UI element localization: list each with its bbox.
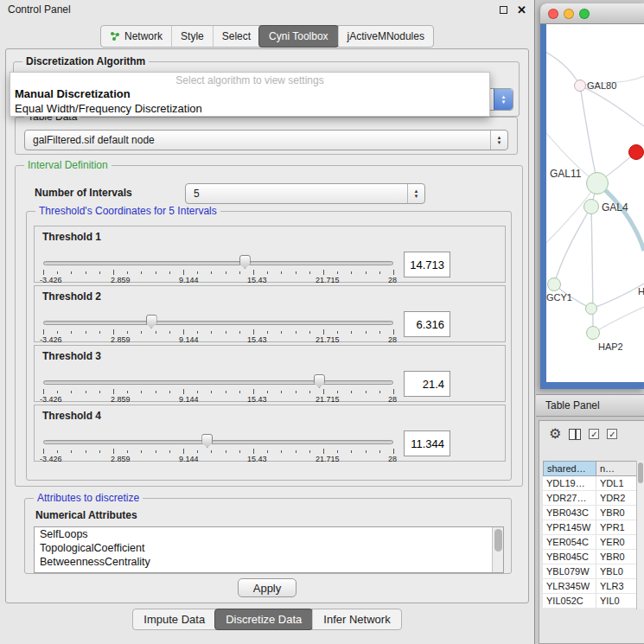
attributes-group-title: Attributes to discretize	[34, 492, 143, 504]
apply-button[interactable]: Apply	[238, 578, 296, 597]
tab-jactivemnodules[interactable]: jActiveMNodules	[338, 26, 433, 47]
threshold-1-value[interactable]: 14.713	[404, 252, 450, 277]
network-node[interactable]	[586, 326, 600, 340]
network-node-selected[interactable]	[628, 144, 644, 160]
threshold-1-panel: Threshold 1 -3.4262.8599.14415.4321.7152…	[34, 226, 506, 283]
thresholds-group: Threshold's Coordinates for 5 Intervals …	[26, 211, 512, 481]
popup-option-manual-discretization[interactable]: Manual Discretization	[10, 86, 489, 101]
table-panel-window: ⚙ ✓ ✓ shared… n… YDL19… YDL1 YDR27…	[539, 420, 644, 644]
attributes-group: Attributes to discretize Numerical Attri…	[24, 498, 512, 574]
number-of-intervals-label: Number of Intervals	[35, 187, 132, 199]
slider-scale: -3.4262.8599.14415.4321.71528	[40, 276, 397, 284]
list-item: BetweennessCentrality	[35, 555, 503, 569]
tab-select[interactable]: Select	[213, 26, 259, 47]
thresholds-group-title: Threshold's Coordinates for 5 Intervals	[35, 205, 220, 217]
combo-stepper-icon[interactable]: ▲ ▼	[490, 131, 507, 150]
threshold-2-label: Threshold 2	[42, 290, 101, 303]
table-header-row: shared… n…	[543, 461, 644, 476]
network-canvas[interactable]: GAL80 GAL11 GAL4 GCY1 HAP2 H	[546, 24, 644, 382]
table-row[interactable]: YPR145W YPR1	[543, 520, 644, 535]
table-row[interactable]: YBR043C YBR0	[543, 506, 644, 520]
threshold-4-label: Threshold 4	[42, 410, 101, 422]
window-title: Control Panel	[8, 3, 500, 16]
popup-option-equal-width[interactable]: Equal Width/Frequency Discretization	[10, 101, 489, 116]
threshold-4-panel: Threshold 4 -3.4262.8599.14415.4321.7152…	[34, 405, 506, 462]
close-icon[interactable]: ✕	[517, 4, 526, 16]
table-panel-header[interactable]: Table Panel	[536, 394, 644, 417]
table-row[interactable]: YBR045C YBR0	[543, 550, 644, 564]
zoom-traffic-light-icon[interactable]	[579, 9, 590, 19]
tab-network[interactable]: Network	[101, 26, 171, 47]
threshold-2-slider[interactable]: -3.4262.8599.14415.4321.71528	[43, 310, 393, 341]
tab-infer-network[interactable]: Infer Network	[312, 609, 400, 629]
slider-ticks	[43, 270, 393, 276]
tab-impute-data[interactable]: Impute Data	[133, 609, 215, 629]
slider-thumb[interactable]	[314, 374, 325, 388]
bottom-tabstrip: Impute Data Discretize Data Infer Networ…	[0, 609, 534, 630]
node-table: shared… n… YDL19… YDL1 YDR27… YDR2	[543, 461, 644, 609]
slider-thumb[interactable]	[201, 434, 213, 448]
network-node[interactable]	[547, 277, 561, 291]
table-scrollbar[interactable]	[636, 461, 644, 609]
algorithm-group-title: Discretization Algorithm	[22, 55, 149, 67]
checkbox-icon[interactable]: ✓	[589, 429, 599, 439]
tab-label: Cyni Toolbox	[269, 30, 328, 42]
threshold-4-slider[interactable]: -3.4262.8599.14415.4321.71528	[43, 430, 393, 461]
threshold-4-value[interactable]: 11.344	[404, 430, 450, 456]
slider-ticks	[43, 329, 393, 335]
tab-discretize-data[interactable]: Discretize Data	[214, 609, 313, 630]
column-header-shared-name[interactable]: shared…	[543, 461, 596, 476]
node-label-gal4: GAL4	[602, 201, 628, 214]
table-body: YDL19… YDL1 YDR27… YDR2 YBR043C YBR0	[543, 476, 644, 609]
tab-cyni-toolbox[interactable]: Cyni Toolbox	[258, 25, 338, 48]
combo-stepper-icon[interactable]: ▲ ▼	[407, 184, 424, 203]
table-row[interactable]: YER054C YER0	[543, 535, 644, 550]
threshold-3-value[interactable]: 21.4	[404, 371, 450, 397]
control-panel-titlebar: Control Panel ✕	[0, 0, 534, 19]
network-view-window: GAL80 GAL11 GAL4 GCY1 HAP2 H	[540, 3, 644, 389]
right-area: GAL80 GAL11 GAL4 GCY1 HAP2 H Table Panel…	[536, 0, 644, 644]
table-row[interactable]: YIL052C YIL0	[543, 594, 644, 609]
table-row[interactable]: YBL079W YBL0	[543, 564, 644, 579]
network-node[interactable]	[574, 80, 586, 92]
numerical-attributes-list[interactable]: SelfLoopsTopologicalCoefficientBetweenne…	[34, 526, 504, 573]
list-item: TopologicalCoefficient	[35, 541, 503, 555]
gear-icon[interactable]: ⚙	[549, 427, 561, 441]
slider-track	[43, 321, 393, 325]
algorithm-dropdown-popup: Select algorithm to view settings Manual…	[10, 72, 490, 117]
number-of-intervals-select[interactable]: 5 ▲ ▼	[185, 183, 425, 204]
network-node[interactable]	[585, 303, 597, 315]
slider-scale: -3.4262.8599.14415.4321.71528	[40, 335, 397, 344]
threshold-1-slider[interactable]: -3.4262.8599.14415.4321.71528	[43, 251, 393, 282]
threshold-3-slider[interactable]: -3.4262.8599.14415.4321.71528	[43, 370, 393, 401]
threshold-2-panel: Threshold 2 -3.4262.8599.14415.4321.7152…	[34, 285, 506, 342]
tab-label: Style	[181, 30, 204, 42]
table-row[interactable]: YDR27… YDR2	[543, 491, 644, 506]
slider-thumb[interactable]	[239, 255, 251, 269]
tab-label: Infer Network	[323, 613, 390, 626]
combo-stepper-icon[interactable]: ▲ ▼	[494, 89, 513, 110]
attributes-list-scrollbar[interactable]	[492, 527, 503, 572]
network-node[interactable]	[583, 199, 599, 214]
node-label-hap2: HAP2	[598, 341, 623, 352]
control-panel-window: Control Panel ✕ Network Style Select Cyn…	[0, 0, 535, 644]
slider-track	[43, 380, 393, 385]
slider-thumb[interactable]	[146, 315, 157, 328]
threshold-2-value[interactable]: 6.316	[404, 311, 450, 337]
table-data-group: Table Data galFiltered.sif default node …	[15, 117, 518, 155]
table-row[interactable]: YDL19… YDL1	[543, 476, 644, 491]
checkbox-icon[interactable]: ✓	[607, 429, 617, 439]
table-data-select[interactable]: galFiltered.sif default node ▲ ▼	[24, 130, 508, 150]
close-traffic-light-icon[interactable]	[548, 9, 558, 19]
network-node[interactable]	[586, 172, 609, 194]
tab-label: jActiveMNodules	[348, 30, 424, 42]
table-row[interactable]: YLR345W YLR3	[543, 579, 644, 594]
number-of-intervals-value: 5	[186, 188, 407, 200]
slider-track	[43, 261, 393, 265]
table-toolbar: ⚙ ✓ ✓	[539, 421, 644, 447]
tab-style[interactable]: Style	[171, 26, 213, 47]
minimize-traffic-light-icon[interactable]	[564, 9, 574, 19]
restore-icon[interactable]	[500, 6, 507, 14]
tab-label: Discretize Data	[226, 613, 302, 626]
columns-icon[interactable]	[569, 429, 581, 440]
